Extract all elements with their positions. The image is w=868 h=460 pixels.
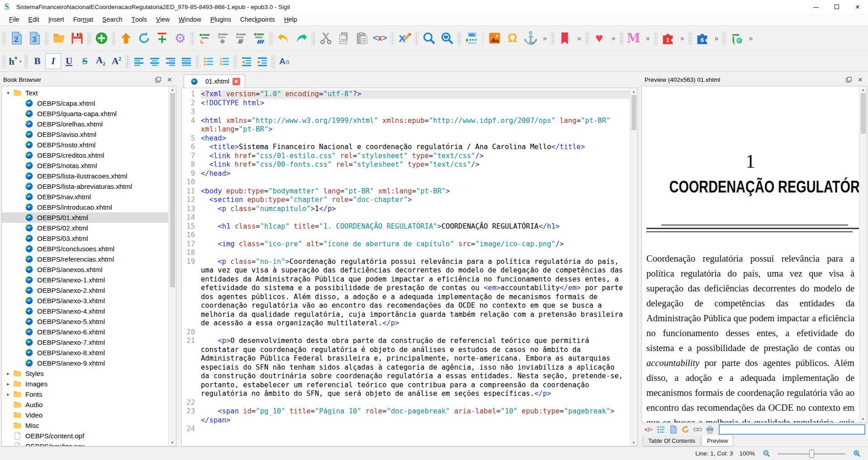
tree-item[interactable]: OEBPS/ncx/toc.ncx: [2, 441, 168, 446]
code-editor[interactable]: 1<?xml version="1.0" encoding="utf-8"?>2…: [182, 88, 630, 446]
tree-item[interactable]: OEBPS/creditos.xhtml: [2, 150, 168, 160]
tree-item[interactable]: ▸Images: [2, 379, 168, 389]
zoom-slider-handle[interactable]: [809, 450, 814, 458]
scroll-down-icon[interactable]: ▼: [630, 439, 637, 446]
tree-item[interactable]: OEBPS/01.xhtml: [2, 212, 168, 223]
scroll-down-icon[interactable]: ▼: [169, 439, 176, 446]
underline-button[interactable]: U: [61, 53, 77, 69]
epub2-version-button[interactable]: 2: [7, 29, 25, 47]
superscript-button[interactable]: A2: [109, 53, 124, 69]
tree-item[interactable]: ▸Fonts: [2, 389, 168, 399]
insert-image-button[interactable]: [485, 29, 503, 47]
preview-scrollbar[interactable]: ▲ ▼: [859, 86, 867, 422]
open-button[interactable]: [50, 29, 68, 47]
toolbar-grip[interactable]: [112, 32, 115, 45]
tree-item[interactable]: OEBPS/anexo-5.xhtml: [2, 316, 168, 327]
align-justify-button[interactable]: [178, 53, 194, 69]
close-dock-icon[interactable]: ✕: [856, 75, 865, 84]
menu-insert[interactable]: Insert: [44, 14, 69, 25]
toolbar-overflow-icon[interactable]: »: [715, 34, 718, 42]
dictionary-button[interactable]: M: [625, 29, 643, 47]
toolbar-grip[interactable]: [87, 32, 91, 45]
minimize-button[interactable]: —: [806, 0, 826, 14]
tree-item[interactable]: OEBPS/referencias.xhtml: [2, 254, 168, 264]
expand-icon[interactable]: ▸: [5, 392, 12, 397]
toolbar-grip[interactable]: [24, 55, 28, 68]
toolbar-grip[interactable]: [190, 32, 194, 45]
toolbar-grip[interactable]: [620, 32, 623, 45]
toc-view-button[interactable]: [655, 424, 666, 435]
file-tree[interactable]: ▾TextOEBPS/capa.xhtmlOEBPS/quarta-capa.x…: [2, 86, 168, 446]
tree-item[interactable]: OEBPS/02.xhtml: [2, 223, 168, 233]
menu-checkpoints[interactable]: Checkpoints: [236, 14, 280, 25]
plugin-6-button[interactable]: 6: [693, 29, 711, 47]
tree-item[interactable]: OEBPS/anexo-2.xhtml: [2, 285, 168, 296]
tree-item[interactable]: OEBPS/introducao.xhtml: [2, 202, 168, 212]
refresh-preview-button[interactable]: [680, 424, 691, 435]
toolbar-grip[interactable]: [2, 32, 6, 45]
find-marked-button[interactable]: [438, 29, 456, 47]
tree-item[interactable]: OEBPS/anexo-9.xhtml: [2, 358, 168, 368]
copy-button[interactable]: [335, 29, 353, 47]
favorites-button[interactable]: ♥: [590, 29, 608, 47]
scroll-thumb[interactable]: [170, 93, 175, 287]
toolbar-grip[interactable]: [654, 32, 658, 45]
toolbar-grip[interactable]: [585, 32, 589, 45]
align-left-button[interactable]: [131, 53, 147, 69]
zoom-slider[interactable]: [778, 449, 845, 458]
tree-item[interactable]: ▸Styles: [2, 368, 168, 379]
scroll-down-icon[interactable]: ▼: [859, 416, 867, 422]
bold-button[interactable]: B: [29, 53, 45, 69]
menu-help[interactable]: Help: [280, 14, 302, 25]
align-center-button[interactable]: [147, 53, 162, 69]
strikethrough-button[interactable]: S: [77, 53, 93, 69]
preview-content[interactable]: 1 COORDENAÇÃO REGULATÓRIA Coordenação re…: [642, 86, 859, 422]
index-editor-button[interactable]: [462, 29, 480, 47]
align-right-button[interactable]: [162, 53, 178, 69]
menu-window[interactable]: Window: [174, 14, 206, 25]
toolbar-grip[interactable]: [233, 55, 237, 68]
tree-item[interactable]: OEBPS/orelhas.xhtml: [2, 119, 168, 129]
tree-item[interactable]: Audio: [2, 399, 168, 410]
toolbar-grip[interactable]: [457, 32, 461, 45]
toolbar-grip[interactable]: [2, 55, 6, 68]
code-view-button[interactable]: <x>: [371, 29, 389, 47]
scroll-up-icon[interactable]: ▲: [169, 86, 176, 93]
expand-icon[interactable]: ▸: [5, 381, 12, 386]
scroll-thumb[interactable]: [861, 93, 866, 134]
tree-item[interactable]: OEBPS/content.opf: [2, 431, 168, 441]
document-button[interactable]: [668, 424, 678, 435]
tree-item[interactable]: OEBPS/aviso.xhtml: [2, 129, 168, 140]
toolbar-overflow-icon[interactable]: »: [543, 34, 546, 42]
tree-item[interactable]: OEBPS/lista-ilustracoes.xhtml: [2, 171, 168, 181]
tree-item[interactable]: OEBPS/capa.xhtml: [2, 98, 168, 108]
tree-item[interactable]: ▾Text: [2, 88, 168, 98]
toolbar-grip[interactable]: [195, 55, 199, 68]
expand-icon[interactable]: ▸: [5, 371, 12, 376]
menu-plugins[interactable]: Plugins: [206, 14, 236, 25]
toolbar-overflow-icon[interactable]: »: [646, 34, 650, 42]
checkpoint-log-button[interactable]: [250, 29, 268, 47]
tree-item[interactable]: OEBPS/conclusoes.xhtml: [2, 244, 168, 254]
toolbar-overflow-icon[interactable]: »: [612, 34, 615, 42]
heading-style-button[interactable]: h*▾: [7, 53, 23, 69]
tab-01-xhtml[interactable]: 01.xhtml ✕: [184, 75, 245, 88]
inspect-code-button[interactable]: </>: [643, 424, 654, 435]
bullet-list-button[interactable]: [200, 53, 216, 69]
toolbar-grip[interactable]: [271, 55, 275, 68]
maximize-button[interactable]: [826, 0, 847, 14]
menu-search[interactable]: Search: [98, 14, 127, 25]
tree-item[interactable]: OEBPS/anexo-3.xhtml: [2, 296, 168, 306]
insert-file-button[interactable]: [153, 29, 171, 47]
settings-button[interactable]: ⚙: [171, 29, 189, 47]
undo-button[interactable]: [274, 29, 292, 47]
menu-edit[interactable]: Edit: [24, 14, 44, 25]
tree-item[interactable]: OEBPS/nav.xhtml: [2, 192, 168, 202]
tree-item[interactable]: OEBPS/quarta-capa.xhtml: [2, 108, 168, 119]
toolbar-grip[interactable]: [126, 55, 129, 68]
zoom-in-icon[interactable]: [852, 449, 862, 459]
scroll-up-icon[interactable]: ▲: [859, 86, 867, 93]
close-button[interactable]: ✕: [847, 0, 868, 14]
tree-item[interactable]: Misc: [2, 420, 168, 431]
save-button[interactable]: [68, 29, 86, 47]
